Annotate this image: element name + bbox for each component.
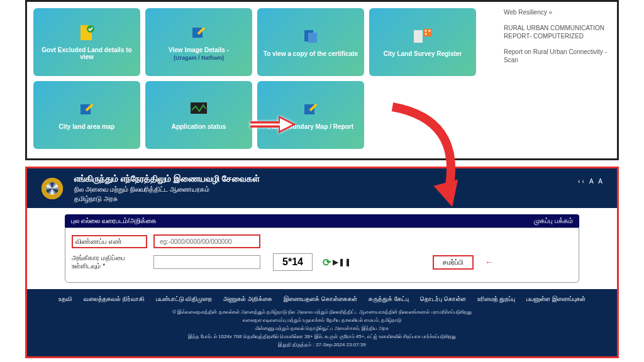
header-title: எங்கிருந்தும் எந்நேரத்திலும் இணையவழி சேவ… xyxy=(74,173,260,184)
captcha-label: அங்கீகார மதிப்பை உள்ளிடவும் * xyxy=(72,254,147,270)
footer-browser-note: இந்த போர்டல் 1024x 768 தெளிவுத்திறனில் ம… xyxy=(33,334,611,340)
tile-label: City land area map xyxy=(59,123,115,130)
tile-label: City Land Survey Register xyxy=(384,50,462,57)
arrow-annotation-icon: ← xyxy=(485,257,494,267)
header-subtitle-1: நில அளவை மற்றும் நிலவரித்திட்ட ஆணையரகம் xyxy=(74,185,260,194)
svg-point-9 xyxy=(429,30,431,31)
application-number-label: விண்ணப்ப எண் xyxy=(72,235,147,248)
form-title: புல எல்லை வரைபடம்/அறிக்கை xyxy=(71,217,157,225)
refresh-captcha-icon[interactable]: ⟳ xyxy=(323,256,331,268)
tile-application-status[interactable]: Application status xyxy=(145,81,252,149)
footer-ministry: மின்னணு மற்றும் தகவல் தொழில்நுட்ப அமைச்ச… xyxy=(33,326,611,332)
home-link[interactable]: முகப்பு பக்கம் xyxy=(534,217,573,225)
svg-point-10 xyxy=(425,33,427,35)
footer-link[interactable]: கருத்துக் கேட்பு xyxy=(369,295,409,303)
footer-copyright: © இவ்வலைதளத்தின் தகவல்கள் அனைத்தும் தமிழ… xyxy=(33,309,611,315)
tile-label: Govt Excluded Land details to view xyxy=(38,47,135,60)
sidebar-links: Web Resiliency » RURAL URBAN COMMUNICATI… xyxy=(497,2,617,78)
sidebar-link[interactable]: Web Resiliency » xyxy=(504,8,611,16)
tile-certificate-copy[interactable]: To view a copy of the certificate xyxy=(257,8,364,76)
footer-link[interactable]: பயனுள்ள இணைப்புகள் xyxy=(526,295,586,303)
sidebar-link[interactable]: Report on Rural Urban Connectivity - Sca… xyxy=(504,48,611,64)
form-box: விண்ணப்ப எண் அங்கீகார மதிப்பை உள்ளிடவும்… xyxy=(65,228,579,283)
footer-link[interactable]: உதவி xyxy=(58,295,72,303)
services-panel: Govt Excluded Land details to view View … xyxy=(25,0,619,160)
government-header: எங்கிருந்தும் எந்நேரத்திலும் இணையவழி சேவ… xyxy=(27,168,617,208)
tile-govt-excluded-land[interactable]: Govt Excluded Land details to view xyxy=(33,8,140,76)
footer-dev-credit: வலைதள வடிவமைப்பு மற்றும் உருவாக்கம் தேசி… xyxy=(33,317,611,324)
svg-point-8 xyxy=(425,30,427,31)
document-check-icon xyxy=(78,24,96,41)
map-edit-icon xyxy=(78,101,96,118)
page-footer: உதவி வலைத்தகவல் நிர்வாகி பயன்பாட்டு விதி… xyxy=(27,289,617,356)
sidebar-link[interactable]: RURAL URBAN COMMUNICATION REPORT- COMPUT… xyxy=(504,24,611,40)
footer-link[interactable]: உரிமைத் துறப்பு xyxy=(477,295,516,303)
footer-link[interactable]: தொடர்பு கொள்ள xyxy=(420,295,466,303)
application-number-input[interactable] xyxy=(153,234,260,248)
submit-button[interactable]: சமர்ப்பி xyxy=(433,255,474,270)
svg-rect-6 xyxy=(414,30,423,43)
tile-city-survey-register[interactable]: City Land Survey Register xyxy=(369,8,476,76)
register-icon xyxy=(414,28,431,45)
tn-govt-emblem-icon xyxy=(40,176,65,201)
form-area: புல எல்லை வரைபடம்/அறிக்கை முகப்பு பக்கம்… xyxy=(27,208,617,289)
header-text: எங்கிருந்தும் எந்நேரத்திலும் இணையவழி சேவ… xyxy=(74,173,260,203)
captcha-controls: ⟳ ▶❚❚ xyxy=(323,256,351,268)
curved-arrow-annotation xyxy=(386,101,474,216)
form-title-bar: புல எல்லை வரைபடம்/அறிக்கை முகப்பு பக்கம் xyxy=(65,214,579,228)
horizontal-arrow-annotation xyxy=(247,112,297,140)
copy-icon xyxy=(302,28,319,45)
tile-city-area-map[interactable]: City land area map xyxy=(33,81,140,149)
font-size-controls[interactable]: ‹‹ A A xyxy=(578,178,604,185)
tile-label: To view a copy of the certificate xyxy=(264,50,358,57)
play-captcha-icon[interactable]: ▶❚❚ xyxy=(333,258,351,266)
boundary-edit-icon xyxy=(302,101,319,118)
application-form-panel: எங்கிருந்தும் எந்நேரத்திலும் இணையவழி சேவ… xyxy=(25,167,619,358)
footer-link[interactable]: இணையதளக் கொள்கைகள் xyxy=(284,295,357,303)
tile-sublabel: (Uragam / Natham) xyxy=(174,55,224,61)
footer-links: உதவி வலைத்தகவல் நிர்வாகி பயன்பாட்டு விதி… xyxy=(33,295,611,303)
tile-label: View Image Details - xyxy=(169,47,229,53)
status-monitor-icon xyxy=(190,101,208,118)
edit-icon xyxy=(190,24,208,41)
svg-rect-5 xyxy=(308,33,317,43)
footer-link[interactable]: பயன்பாட்டு விதிமுறை xyxy=(156,295,213,303)
captcha-challenge: 5*14 xyxy=(273,253,313,271)
footer-link[interactable]: வலைத்தகவல் நிர்வாகி xyxy=(84,295,145,303)
tile-view-image-details[interactable]: View Image Details - (Uragam / Natham) xyxy=(145,8,252,76)
footer-link[interactable]: அணுகல் அறிக்கை xyxy=(223,295,272,303)
svg-rect-7 xyxy=(424,29,431,36)
footer-last-updated: இறுதி திருத்தம் : 27-Sep-2024 23:07:39 xyxy=(33,342,611,348)
captcha-input[interactable] xyxy=(153,255,260,269)
header-subtitle-2: தமிழ்நாடு அரசு xyxy=(74,195,260,203)
tile-label: Application status xyxy=(172,123,226,130)
